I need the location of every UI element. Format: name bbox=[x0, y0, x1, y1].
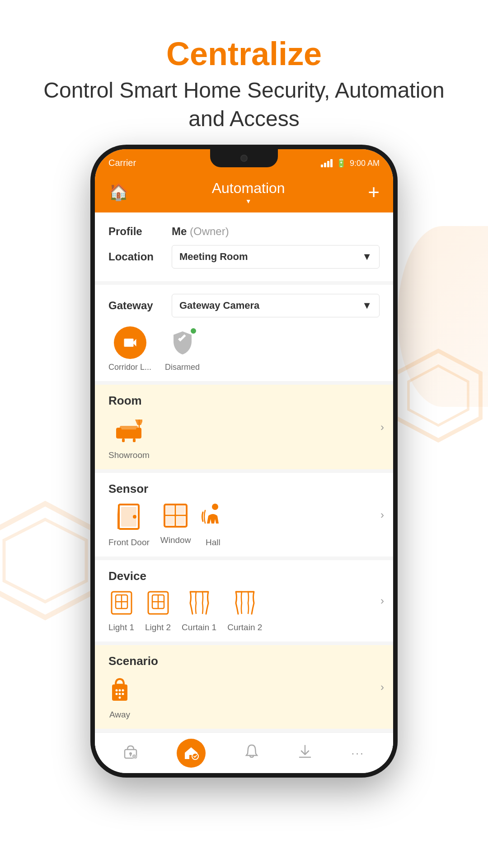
window-label: Window bbox=[160, 535, 191, 545]
gateway-section: Gateway Gateway Camera ▼ bbox=[95, 285, 393, 381]
window-icon bbox=[163, 503, 188, 532]
device-item-light2[interactable]: Light 2 bbox=[145, 590, 171, 632]
curtain2-label: Curtain 2 bbox=[227, 623, 262, 632]
curtain1-icon bbox=[188, 590, 211, 619]
device-expand-arrow[interactable]: › bbox=[380, 594, 384, 607]
scenario-expand-arrow[interactable]: › bbox=[380, 681, 384, 693]
nav-item-lock[interactable] bbox=[124, 744, 137, 763]
svg-point-38 bbox=[122, 689, 124, 692]
location-dropdown[interactable]: Meeting Room ▼ bbox=[172, 245, 380, 269]
svg-point-48 bbox=[133, 755, 134, 756]
front-door-icon bbox=[117, 503, 140, 534]
scenario-item-away[interactable]: Away bbox=[108, 675, 131, 720]
svg-point-39 bbox=[116, 693, 118, 695]
home-button[interactable]: 🏠 bbox=[108, 183, 129, 202]
signal-icon bbox=[321, 159, 333, 167]
phone-notch bbox=[210, 149, 278, 167]
device-items: Light 1 bbox=[108, 590, 380, 632]
subheadline: Control Smart Home Security, Automation … bbox=[27, 76, 461, 133]
svg-rect-9 bbox=[133, 439, 136, 442]
more-nav-icon: ··· bbox=[351, 746, 364, 760]
camera-icon-circle bbox=[114, 326, 146, 359]
nav-item-bell[interactable] bbox=[245, 744, 258, 763]
page-header: Centralize Control Smart Home Security, … bbox=[0, 0, 488, 151]
device-item-curtain2[interactable]: Curtain 2 bbox=[227, 590, 262, 632]
device-section: Device Li bbox=[95, 560, 393, 642]
light1-icon bbox=[110, 590, 133, 619]
sensor-item-window[interactable]: Window bbox=[160, 503, 191, 545]
nav-item-home-active[interactable] bbox=[177, 739, 206, 768]
sensor-items: Front Door bbox=[108, 503, 380, 547]
light2-icon bbox=[147, 590, 169, 619]
svg-marker-1 bbox=[4, 519, 86, 602]
add-button[interactable]: + bbox=[368, 181, 380, 203]
scenario-title: Scenario bbox=[108, 654, 380, 668]
device-item-light1[interactable]: Light 1 bbox=[108, 590, 134, 632]
sensor-section: Sensor Fr bbox=[95, 473, 393, 557]
nav-item-download[interactable] bbox=[298, 744, 312, 763]
time-display: 9:00 AM bbox=[350, 159, 380, 168]
curtain2-icon bbox=[234, 590, 256, 619]
front-door-label: Front Door bbox=[108, 538, 150, 547]
battery-icon: 🔋 bbox=[336, 158, 346, 168]
svg-rect-8 bbox=[122, 439, 125, 442]
profile-location-section: Profile Me (Owner) Location Meeting Room… bbox=[95, 212, 393, 281]
svg-point-44 bbox=[129, 752, 132, 755]
sensor-item-front-door[interactable]: Front Door bbox=[108, 503, 150, 547]
sensor-expand-arrow[interactable]: › bbox=[380, 509, 384, 521]
svg-point-40 bbox=[119, 693, 121, 695]
room-title: Room bbox=[108, 394, 380, 408]
hall-label: Hall bbox=[206, 538, 221, 547]
room-section: Room bbox=[95, 385, 393, 469]
app-title: Automation bbox=[212, 180, 285, 197]
svg-rect-19 bbox=[166, 506, 174, 514]
gateway-devices: Corridor L... Disarmed bbox=[108, 326, 380, 372]
svg-marker-3 bbox=[408, 366, 468, 425]
title-dropdown-arrow[interactable]: ▼ bbox=[245, 198, 252, 205]
sensor-title: Sensor bbox=[108, 482, 380, 496]
nav-item-more[interactable]: ··· bbox=[351, 746, 364, 760]
gateway-header: Gateway Gateway Camera ▼ bbox=[108, 294, 380, 317]
away-icon bbox=[108, 675, 131, 706]
room-item-showroom[interactable]: Showroom bbox=[108, 415, 150, 460]
bell-nav-icon bbox=[245, 744, 258, 763]
sensor-item-hall[interactable]: Hall bbox=[202, 503, 224, 547]
device-item-curtain1[interactable]: Curtain 1 bbox=[182, 590, 216, 632]
svg-marker-11 bbox=[135, 420, 142, 425]
gateway-arrow: ▼ bbox=[362, 300, 372, 311]
svg-rect-22 bbox=[177, 517, 185, 525]
shield-status-dot bbox=[190, 327, 197, 335]
headline: Centralize bbox=[27, 36, 461, 72]
scenario-items: Away bbox=[108, 675, 380, 720]
disarmed-label: Disarmed bbox=[165, 363, 200, 372]
download-nav-icon bbox=[298, 744, 312, 763]
status-right: 🔋 9:00 AM bbox=[321, 158, 380, 168]
bottom-nav: ··· bbox=[95, 732, 393, 773]
device-item-disarmed[interactable]: Disarmed bbox=[165, 326, 200, 372]
front-camera bbox=[240, 155, 248, 162]
corridor-label: Corridor L... bbox=[108, 363, 151, 372]
svg-point-42 bbox=[119, 697, 121, 699]
gateway-selected: Gateway Camera bbox=[179, 300, 259, 311]
profile-value: Me (Owner) bbox=[172, 225, 229, 238]
profile-row: Profile Me (Owner) bbox=[108, 222, 380, 241]
location-label: Location bbox=[108, 250, 172, 263]
gateway-label: Gateway bbox=[108, 299, 172, 312]
device-item-corridor[interactable]: Corridor L... bbox=[108, 326, 151, 372]
carrier-text: Carrier bbox=[108, 158, 136, 168]
scenario-section: Scenario bbox=[95, 645, 393, 729]
svg-rect-21 bbox=[166, 517, 174, 525]
svg-point-41 bbox=[122, 693, 124, 695]
showroom-label: Showroom bbox=[108, 450, 150, 460]
hall-icon bbox=[202, 503, 224, 534]
svg-rect-20 bbox=[177, 506, 185, 514]
svg-point-14 bbox=[133, 515, 136, 519]
curtain1-label: Curtain 1 bbox=[182, 623, 216, 632]
svg-point-23 bbox=[212, 504, 218, 510]
gateway-dropdown[interactable]: Gateway Camera ▼ bbox=[172, 294, 380, 317]
room-items: Showroom bbox=[108, 415, 380, 460]
home-nav-icon-active bbox=[177, 739, 206, 768]
showroom-icon bbox=[113, 415, 145, 447]
room-expand-arrow[interactable]: › bbox=[380, 421, 384, 434]
main-content: Profile Me (Owner) Location Meeting Room… bbox=[95, 212, 393, 750]
